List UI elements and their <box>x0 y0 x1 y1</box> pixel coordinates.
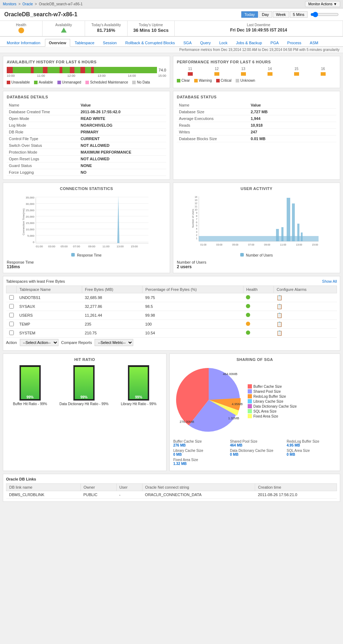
hit-ratio-bars: 99% Buffer Hit Ratio - 99% 99% Data Dict… <box>7 365 163 406</box>
alarm-icon[interactable]: 📋 <box>276 304 282 309</box>
table-row: Reads10,918 <box>177 122 336 129</box>
data-dict-hit-ratio-bar: 99% Data Dictionary Hit Ratio - 99% <box>60 365 108 406</box>
user-activity-legend: Number of Users <box>177 253 336 257</box>
select-metric[interactable]: --Select Metric-- <box>95 339 133 346</box>
buffer-hit-label: Buffer Hit Ratio - 99% <box>13 402 47 406</box>
alarm-icon[interactable]: 📋 <box>276 330 282 336</box>
performance-title: PERFORMANCE HISTORY FOR LAST 6 HOURS <box>177 60 336 64</box>
health-label: Health <box>6 23 36 27</box>
last-downtime-metric: Last Downtime Fri Dec 19 16:49:55 IST 20… <box>175 21 343 36</box>
breadcrumb-oracle[interactable]: Oracle <box>22 2 33 6</box>
time-controls: Today Day Week 5 Mins <box>241 11 339 18</box>
svg-text:10,000: 10,000 <box>26 228 35 231</box>
todays-availability-label: Today's Availability <box>91 23 122 27</box>
svg-text:13: 13 <box>195 199 197 201</box>
svg-text:3: 3 <box>196 231 197 233</box>
breadcrumb-current: OracleDB_search-w7-x86-1 <box>39 2 83 6</box>
db-info-row: DATABASE DETAILS Name Value Database Cre… <box>3 91 340 180</box>
table-row: Open Reset LogsNOT ALLOWED <box>7 156 166 162</box>
table-row: UNDOTBS1 32,685.98 99.75 📋 <box>6 293 337 302</box>
five-mins-button[interactable]: 5 Mins <box>290 11 308 18</box>
db-links-table: DB link name Owner User Oracle Net conne… <box>6 483 337 499</box>
table-row: Control File TypeCURRENT <box>7 136 166 142</box>
list-item: DBMS_CLRDBLINK PUBLIC - ORACLR_CONNECTIO… <box>6 491 337 499</box>
ts-checkbox[interactable] <box>9 304 14 309</box>
show-all-link[interactable]: Show All <box>322 279 337 283</box>
db-links-col-creation: Creation time <box>255 484 337 491</box>
svg-text:Number of Users: Number of Users <box>192 209 194 228</box>
day-button[interactable]: Day <box>259 11 272 18</box>
alarm-icon[interactable]: 📋 <box>276 312 282 318</box>
db-status-panel: DATABASE STATUS Name Value Database Size… <box>173 91 340 180</box>
db-details-panel: DATABASE DETAILS Name Value Database Cre… <box>3 91 170 180</box>
library-hit-label: Library Hit Ratio - 99% <box>121 402 157 406</box>
page-header: OracleDB_search-w7-x86-1 Today Day Week … <box>0 8 343 21</box>
svg-text:4.95MB: 4.95MB <box>232 402 243 406</box>
ts-checkbox[interactable] <box>9 313 14 317</box>
svg-rect-49 <box>292 203 295 241</box>
connection-stats-panel: CONNECTION STATISTICS 35,000 30,000 25,0… <box>3 183 170 273</box>
db-status-col-value: Value <box>249 102 337 109</box>
last-downtime-label: Last Downtime <box>180 23 337 27</box>
alarm-icon[interactable]: 📋 <box>276 295 282 300</box>
week-button[interactable]: Week <box>273 11 289 18</box>
tab-asm[interactable]: ASM <box>306 39 322 46</box>
db-links-col-owner: Owner <box>80 484 116 491</box>
tab-rollback[interactable]: Rollback & Corrupted Blocks <box>121 39 179 46</box>
perf-legend: Clear Warning Critical Unknown <box>177 79 336 82</box>
svg-text:25,000: 25,000 <box>26 209 35 212</box>
user-activity-stat: Number of Users 2 users <box>177 260 336 269</box>
svg-rect-46 <box>276 229 279 241</box>
table-row: Database Size2,727 MB <box>177 109 336 115</box>
ts-checkbox[interactable] <box>9 295 14 300</box>
sga-chart-area: 464.00MB 4.95MB 1.32MB 276.00MB Buffer C… <box>173 364 336 436</box>
connection-stats-title: CONNECTION STATISTICS <box>7 186 166 191</box>
charts-row: CONNECTION STATISTICS 35,000 30,000 25,0… <box>3 183 340 273</box>
select-action[interactable]: --Select Action-- <box>20 339 58 346</box>
tab-overview[interactable]: Overview <box>45 39 70 47</box>
svg-text:15:00: 15:00 <box>131 245 138 248</box>
svg-text:09:00: 09:00 <box>88 245 96 248</box>
connection-stats-stat-label: Response Time <box>7 260 166 264</box>
tab-lock[interactable]: Lock <box>215 39 231 46</box>
performance-panel: PERFORMANCE HISTORY FOR LAST 6 HOURS 111… <box>173 56 340 88</box>
tab-pga[interactable]: PGA <box>266 39 282 46</box>
alarm-icon[interactable]: 📋 <box>276 321 282 327</box>
ts-checkbox[interactable] <box>9 330 14 335</box>
monitor-actions-button[interactable]: Monitor Actions ▼ <box>305 1 340 7</box>
action-label: Action <box>6 340 17 345</box>
user-activity-title: USER ACTIVITY <box>177 186 336 191</box>
compare-reports-label: Compare Reports <box>61 340 92 345</box>
hit-sga-row: HIT RATIO 99% Buffer Hit Ratio - 99% 99%… <box>3 353 340 471</box>
db-links-col-name: DB link name <box>6 484 81 491</box>
breadcrumb-monitors[interactable]: Monitors <box>3 2 16 6</box>
ts-col-pct: Percentage of Free Bytes (%) <box>142 286 243 293</box>
sga-legend-list: Buffer Cache Size Shared Pool Size RedoL… <box>248 384 297 418</box>
ts-col-free: Free Bytes (MB) <box>82 286 142 293</box>
table-row: TEMP 235 100 📋 <box>6 320 337 329</box>
tab-jobs-backup[interactable]: Jobs & Backup <box>232 39 266 46</box>
svg-text:10: 10 <box>195 208 197 211</box>
table-row: Writes247 <box>177 129 336 136</box>
history-row: AVAILABILITY HISTORY FOR LAST 6 HOURS <box>3 56 340 88</box>
tab-sga[interactable]: SGA <box>180 39 196 46</box>
svg-text:05:00: 05:00 <box>61 245 68 248</box>
perf-chart: 111213141516 <box>177 67 336 76</box>
tab-monitor-information[interactable]: Monitor Information <box>3 39 44 46</box>
availability-bar <box>7 67 157 73</box>
tab-process[interactable]: Process <box>283 39 305 46</box>
connection-stats-svg: 35,000 30,000 25,000 20,000 15,000 10,00… <box>7 194 166 250</box>
table-row: DB RolePRIMARY <box>7 129 166 136</box>
perf-hours: 111213141516 <box>177 67 336 71</box>
today-button[interactable]: Today <box>241 11 258 18</box>
time-slider[interactable] <box>310 12 339 17</box>
tab-tablespace[interactable]: Tablespace <box>71 39 99 46</box>
breadcrumb: Monitors > Oracle > OracleDB_search-w7-x… <box>0 0 343 8</box>
sga-title: SHARING OF SGA <box>173 357 336 362</box>
svg-text:464.00MB: 464.00MB <box>223 372 237 376</box>
tab-query[interactable]: Query <box>196 39 215 46</box>
svg-text:7: 7 <box>196 218 197 220</box>
tab-session[interactable]: Session <box>99 39 120 46</box>
sga-pie-chart: 464.00MB 4.95MB 1.32MB 276.00MB <box>173 364 244 435</box>
ts-checkbox[interactable] <box>9 322 14 326</box>
